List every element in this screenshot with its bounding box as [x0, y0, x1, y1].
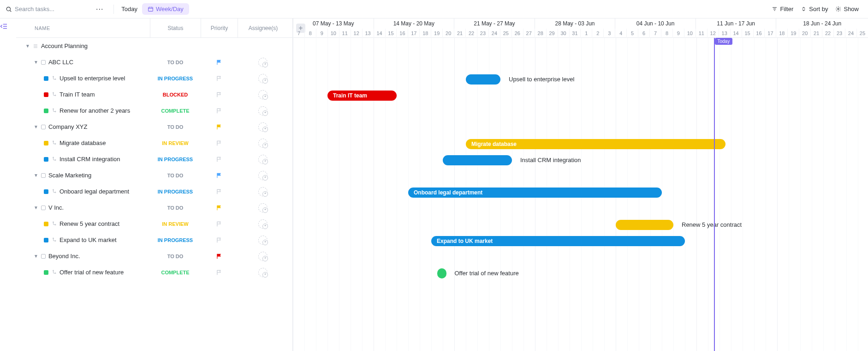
tree-root[interactable]: ▼ Account Planning — [16, 38, 292, 54]
priority-flag-icon[interactable] — [216, 253, 222, 260]
collapse-sidebar-button[interactable] — [0, 18, 16, 351]
assignee-add-button[interactable] — [258, 139, 268, 148]
status-square-icon[interactable] — [44, 109, 48, 113]
status-cell[interactable]: TO DO — [150, 60, 201, 65]
priority-flag-icon[interactable] — [216, 221, 222, 227]
assignee-add-button[interactable] — [258, 268, 268, 277]
status-cell[interactable]: TO DO — [150, 254, 201, 259]
priority-flag-icon[interactable] — [216, 156, 222, 163]
search-input[interactable] — [15, 6, 79, 12]
gantt-bar[interactable] — [616, 220, 673, 230]
column-priority[interactable]: Priority — [201, 18, 238, 37]
gantt-bar[interactable]: Onboard legal department — [408, 188, 662, 198]
task-row[interactable]: Expand to UK market IN PROGRESS — [16, 232, 292, 248]
status-square-icon[interactable] — [44, 189, 48, 194]
priority-flag-icon[interactable] — [216, 269, 222, 276]
gantt-bar[interactable]: Train IT team — [327, 91, 397, 101]
column-name[interactable]: NAME — [16, 25, 150, 31]
sortby-button[interactable]: Sort by — [797, 4, 832, 14]
priority-flag-icon[interactable] — [216, 205, 222, 211]
filter-button[interactable]: Filter — [768, 4, 797, 14]
status-cell[interactable]: COMPLETE — [150, 108, 201, 114]
status-square-icon[interactable] — [44, 222, 48, 226]
status-square-icon[interactable] — [41, 60, 46, 65]
column-assignee[interactable]: Assignee(s) — [238, 18, 288, 37]
task-row[interactable]: Upsell to enterprise level IN PROGRESS — [16, 70, 292, 86]
group-row[interactable]: ▼ Beyond Inc. TO DO — [16, 248, 292, 264]
weekday-toggle[interactable]: Week/Day — [142, 3, 189, 15]
priority-flag-icon[interactable] — [216, 108, 222, 114]
gantt-bar[interactable] — [437, 268, 446, 278]
gantt-bar[interactable]: Migrate database — [466, 139, 725, 149]
timeline-day-header: 11 — [696, 29, 707, 38]
gantt-bar[interactable] — [466, 74, 500, 85]
priority-flag-icon[interactable] — [216, 140, 222, 146]
status-square-icon[interactable] — [41, 125, 46, 129]
status-square-icon[interactable] — [41, 254, 46, 259]
task-row[interactable]: Renew for another 2 years COMPLETE — [16, 103, 292, 119]
task-row[interactable]: Renew 5 year contract IN REVIEW — [16, 216, 292, 232]
status-square-icon[interactable] — [44, 157, 48, 162]
assignee-add-button[interactable] — [258, 58, 268, 67]
column-status[interactable]: Status — [150, 18, 201, 37]
status-cell[interactable]: IN REVIEW — [150, 140, 201, 146]
group-row[interactable]: ▼ Company XYZ TO DO — [16, 119, 292, 135]
status-cell[interactable]: TO DO — [150, 205, 201, 211]
caret-icon[interactable]: ▼ — [34, 205, 38, 210]
priority-flag-icon[interactable] — [216, 188, 222, 195]
caret-icon[interactable]: ▼ — [34, 124, 38, 129]
assignee-add-button[interactable] — [258, 219, 268, 229]
status-cell[interactable]: BLOCKED — [150, 92, 201, 97]
group-row[interactable]: ▼ Scale Marketing TO DO — [16, 167, 292, 183]
task-row[interactable]: Migrate database IN REVIEW — [16, 135, 292, 151]
status-square-icon[interactable] — [44, 238, 48, 242]
status-cell[interactable]: IN REVIEW — [150, 221, 201, 227]
caret-icon[interactable]: ▼ — [34, 60, 38, 65]
status-cell[interactable]: IN PROGRESS — [150, 76, 201, 81]
more-menu-button[interactable]: ··· — [89, 5, 111, 13]
assignee-add-button[interactable] — [258, 187, 268, 196]
task-row[interactable]: Onboard legal department IN PROGRESS — [16, 183, 292, 200]
status-cell[interactable]: IN PROGRESS — [150, 157, 201, 162]
task-row[interactable]: Offer trial of new feature COMPLETE — [16, 264, 292, 280]
assignee-add-button[interactable] — [258, 74, 268, 83]
show-button[interactable]: Show — [832, 4, 862, 14]
status-square-icon[interactable] — [44, 92, 48, 97]
priority-flag-icon[interactable] — [216, 172, 222, 179]
priority-flag-icon[interactable] — [216, 91, 222, 98]
assignee-add-button[interactable] — [258, 171, 268, 180]
status-square-icon[interactable] — [44, 270, 48, 275]
status-cell[interactable]: TO DO — [150, 173, 201, 178]
status-square-icon[interactable] — [44, 76, 48, 81]
caret-icon[interactable]: ▼ — [34, 254, 38, 259]
priority-flag-icon[interactable] — [216, 75, 222, 82]
status-square-icon[interactable] — [44, 141, 48, 145]
status-cell[interactable]: TO DO — [150, 124, 201, 130]
timeline-body[interactable]: TodayUpsell to enterprise levelTrain IT … — [293, 38, 868, 351]
group-row[interactable]: ▼ ABC LLC TO DO — [16, 54, 292, 70]
priority-flag-icon[interactable] — [216, 124, 222, 130]
task-row[interactable]: Install CRM integration IN PROGRESS — [16, 151, 292, 167]
assignee-add-button[interactable] — [258, 252, 268, 261]
status-square-icon[interactable] — [41, 206, 46, 210]
caret-icon[interactable]: ▼ — [34, 173, 38, 178]
assignee-add-button[interactable] — [258, 90, 268, 99]
status-cell[interactable]: IN PROGRESS — [150, 189, 201, 194]
gantt-bar[interactable]: Expand to UK market — [431, 236, 685, 246]
priority-flag-icon[interactable] — [216, 237, 222, 243]
assignee-add-button[interactable] — [258, 155, 268, 164]
status-cell[interactable]: IN PROGRESS — [150, 237, 201, 243]
today-button[interactable]: Today — [117, 4, 142, 14]
assignee-add-button[interactable] — [258, 106, 268, 115]
task-row[interactable]: Train IT team BLOCKED — [16, 86, 292, 103]
assignee-add-button[interactable] — [258, 203, 268, 212]
priority-flag-icon[interactable] — [216, 59, 222, 66]
assignee-add-button[interactable] — [258, 122, 268, 132]
group-row[interactable]: ▼ V Inc. TO DO — [16, 200, 292, 216]
timeline-panel[interactable]: 07 May - 13 May14 May - 20 May21 May - 2… — [293, 18, 868, 351]
caret-icon[interactable]: ▼ — [25, 43, 30, 48]
assignee-add-button[interactable] — [258, 236, 268, 245]
status-square-icon[interactable] — [41, 173, 46, 178]
status-cell[interactable]: COMPLETE — [150, 270, 201, 275]
gantt-bar[interactable] — [443, 155, 512, 165]
